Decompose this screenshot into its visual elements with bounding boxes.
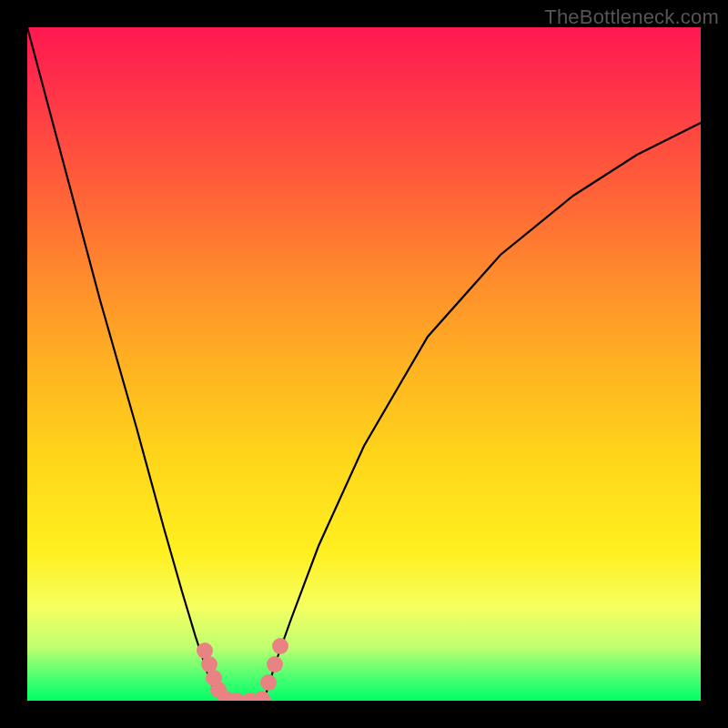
valley-dot [267,656,283,672]
chart-plot-area [27,27,701,701]
curve-right [264,123,701,701]
valley-dots [197,638,288,701]
watermark-text: TheBottleneck.com [544,5,719,29]
bottleneck-curve [27,27,701,701]
valley-dot [254,691,270,701]
valley-dot [260,674,277,691]
curve-left [27,27,226,701]
valley-dot [272,638,288,654]
